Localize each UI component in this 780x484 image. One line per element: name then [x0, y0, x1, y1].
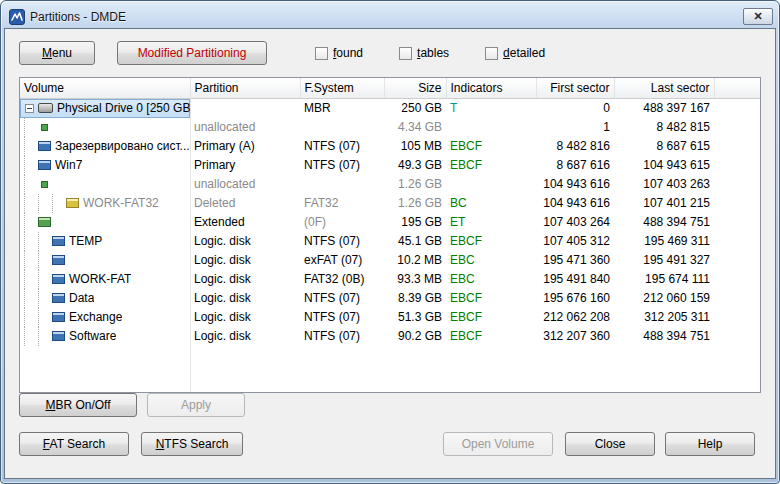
filler-cell [714, 270, 760, 289]
size-cell: 195 GB [384, 213, 446, 232]
open-volume-button[interactable]: Open Volume [443, 432, 553, 456]
table-row[interactable]: TEMPLogic. diskNTFS (07)45.1 GBEBCF107 4… [20, 232, 760, 251]
first-sector-cell: 8 482 816 [536, 137, 614, 156]
column-header-partition[interactable]: Partition [190, 78, 300, 98]
close-button[interactable]: ✕ [743, 8, 773, 25]
indicators-cell: EBCF [446, 327, 536, 346]
titlebar[interactable]: Partitions - DMDE ✕ [4, 4, 776, 28]
column-header-size[interactable]: Size [384, 78, 446, 98]
column-header-last-sector[interactable]: Last sector [614, 78, 714, 98]
help-button[interactable]: Help [665, 432, 755, 456]
filler-cell [714, 308, 760, 327]
detailed-checkbox[interactable]: detailed [485, 46, 545, 60]
modified-partitioning-button[interactable]: Modified Partitioning [117, 41, 267, 65]
table-row[interactable]: Logic. diskexFAT (07)10.2 MBEBC195 471 3… [20, 251, 760, 270]
tree-guide [38, 251, 52, 270]
close-dialog-button[interactable]: Close [565, 432, 655, 456]
part-blue-icon [52, 331, 65, 341]
mbr-onoff-button[interactable]: MBR On/Off [19, 393, 137, 417]
table-row[interactable]: WORK-FAT32DeletedFAT321.26 GBBC104 943 6… [20, 194, 760, 213]
fsystem-cell: exFAT (07) [300, 251, 384, 270]
column-header-indicators[interactable]: Indicators [446, 78, 536, 98]
table-row[interactable]: SoftwareLogic. diskNTFS (07)90.2 GBEBCF3… [20, 327, 760, 346]
fat-search-button[interactable]: FAT Search [19, 432, 129, 456]
tree-guide [38, 194, 52, 213]
indicators-cell: EBC [446, 251, 536, 270]
column-header-volume[interactable]: Volume [20, 78, 190, 98]
table-row[interactable]: Physical Drive 0 [250 GB ...MBR250 GBT04… [20, 98, 760, 118]
size-cell: 4.34 GB [384, 118, 446, 137]
size-cell: 49.3 GB [384, 156, 446, 175]
found-checkbox-label: found [333, 46, 363, 60]
tree-guide [24, 137, 38, 156]
partition-cell: Primary [190, 156, 300, 175]
column-header-fsystem[interactable]: F.System [300, 78, 384, 98]
part-blue-icon [52, 274, 65, 284]
part-yellow-icon [66, 198, 79, 208]
volume-cell: TEMP [20, 232, 190, 251]
part-blue-icon [52, 312, 65, 322]
partition-cell: Logic. disk [190, 232, 300, 251]
first-sector-cell: 107 405 312 [536, 232, 614, 251]
partition-cell: Logic. disk [190, 308, 300, 327]
fsystem-cell: FAT32 [300, 194, 384, 213]
first-sector-cell: 107 403 264 [536, 213, 614, 232]
size-cell: 1.26 GB [384, 175, 446, 194]
filler-cell [714, 289, 760, 308]
volume-cell-content: Exchange [20, 308, 190, 327]
size-cell: 93.3 MB [384, 270, 446, 289]
partition-cell: Logic. disk [190, 251, 300, 270]
volume-cell-content [20, 175, 190, 194]
table-row[interactable]: ExchangeLogic. diskNTFS (07)51.3 GBEBCF2… [20, 308, 760, 327]
table-row[interactable]: unallocated1.26 GB104 943 616107 403 263 [20, 175, 760, 194]
unalloc-icon [41, 181, 48, 188]
found-checkbox[interactable]: found [315, 46, 363, 60]
table-row[interactable]: DataLogic. diskNTFS (07)8.39 GBEBCF195 6… [20, 289, 760, 308]
first-sector-cell: 0 [536, 98, 614, 118]
table-row[interactable]: WORK-FATLogic. diskFAT32 (0B)93.3 MBEBC1… [20, 270, 760, 289]
last-sector-cell: 212 060 159 [614, 289, 714, 308]
indicators-cell: T [446, 98, 536, 118]
size-cell: 1.26 GB [384, 194, 446, 213]
volume-cell: Data [20, 289, 190, 308]
last-sector-cell: 488 394 751 [614, 213, 714, 232]
tables-checkbox[interactable]: tables [399, 46, 449, 60]
column-header-first-sector[interactable]: First sector [536, 78, 614, 98]
filler-cell [714, 232, 760, 251]
partition-cell: unallocated [190, 118, 300, 137]
first-sector-cell: 195 491 840 [536, 270, 614, 289]
partition-cell: Logic. disk [190, 327, 300, 346]
volume-cell-content: WORK-FAT32 [20, 194, 190, 213]
fsystem-cell: MBR [300, 98, 384, 118]
filler-cell [714, 137, 760, 156]
fsystem-cell [300, 118, 384, 137]
volume-cell-content [20, 118, 190, 137]
volume-label: Software [69, 329, 116, 343]
collapse-expander-icon[interactable] [25, 104, 34, 113]
tree-guide [24, 308, 38, 327]
footer: MBR On/Off Apply FAT Search NTFS Search … [19, 393, 761, 478]
ntfs-search-button[interactable]: NTFS Search [141, 432, 243, 456]
fsystem-cell: NTFS (07) [300, 156, 384, 175]
table-row[interactable]: Extended(0F)195 GBET107 403 264488 394 7… [20, 213, 760, 232]
menu-button[interactable]: Menu [19, 41, 95, 65]
apply-button[interactable]: Apply [147, 393, 245, 417]
tree-guide [24, 175, 38, 194]
volume-cell: Software [20, 327, 190, 346]
volume-cell [20, 118, 190, 137]
volume-cell-content [20, 213, 190, 232]
table-row[interactable]: unallocated4.34 GB18 482 815 [20, 118, 760, 137]
first-sector-cell: 8 687 616 [536, 156, 614, 175]
tree-guide [52, 194, 66, 213]
checkbox-unchecked-icon [315, 47, 328, 60]
last-sector-cell: 107 403 263 [614, 175, 714, 194]
table-row[interactable]: Зарезервировано сист...Primary (A)NTFS (… [20, 137, 760, 156]
first-sector-cell: 212 062 208 [536, 308, 614, 327]
tree-guide [38, 232, 52, 251]
first-sector-cell: 1 [536, 118, 614, 137]
table-row[interactable]: Win7PrimaryNTFS (07)49.3 GBEBCF8 687 616… [20, 156, 760, 175]
fsystem-cell: NTFS (07) [300, 289, 384, 308]
tree-guide [24, 194, 38, 213]
filler-cell [714, 156, 760, 175]
volume-cell-content: Data [20, 289, 190, 308]
